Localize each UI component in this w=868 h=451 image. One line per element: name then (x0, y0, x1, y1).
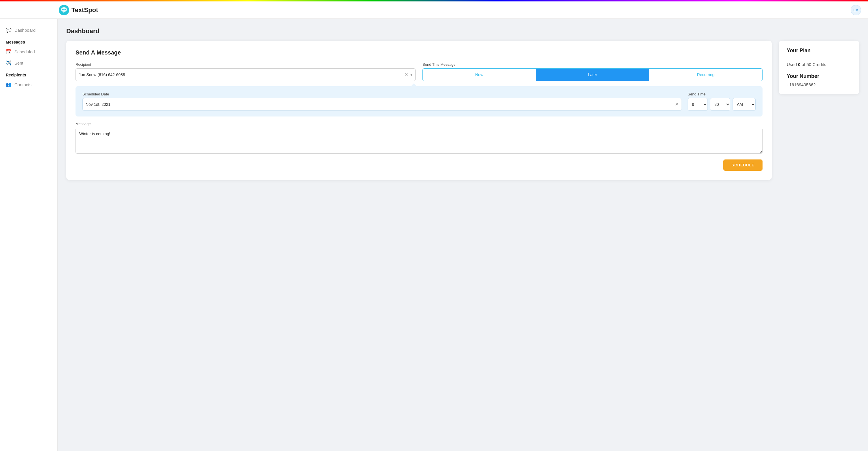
send-message-card: Send A Message Recipient ✕ ▾ Send This M… (66, 41, 772, 180)
date-clear-button[interactable]: ✕ (675, 102, 679, 107)
avatar-button[interactable]: LA (851, 5, 861, 15)
recipient-input[interactable] (79, 72, 402, 77)
sidebar-recipients-section: Recipients (0, 69, 57, 79)
recipient-input-wrap[interactable]: ✕ ▾ (75, 68, 415, 81)
sidebar-item-scheduled[interactable]: 📅 Scheduled (0, 46, 57, 57)
message-textarea[interactable]: Winter is coming! (75, 128, 763, 154)
time-selects: 9 10 11 12 1 2 3 4 5 6 (688, 98, 755, 111)
plan-divider (787, 58, 851, 58)
calendar-icon: 📅 (6, 49, 11, 55)
app-layout: 💬 Dashboard Messages 📅 Scheduled ✈️ Sent… (0, 19, 868, 451)
credits-middle: of (801, 62, 807, 67)
plan-phone-number: +16169405662 (787, 82, 851, 87)
send-type-group: Send This Message Now Later Recurring (423, 62, 763, 81)
recipient-clear-button[interactable]: ✕ (404, 72, 408, 77)
header: TextSpot LA (0, 1, 868, 19)
recipient-dropdown-arrow[interactable]: ▾ (410, 72, 412, 77)
sidebar-item-dashboard[interactable]: 💬 Dashboard (0, 25, 57, 36)
send-icon: ✈️ (6, 60, 11, 66)
chat-icon: 💬 (6, 27, 11, 33)
send-this-message-label: Send This Message (423, 62, 763, 67)
date-input-wrap[interactable]: Nov 1st, 2021 ✕ (83, 98, 682, 111)
recipient-group: Recipient ✕ ▾ (75, 62, 415, 81)
credits-prefix: Used (787, 62, 798, 67)
main-content: Dashboard Send A Message Recipient ✕ ▾ (58, 19, 868, 451)
scheduled-date-label: Scheduled Date (83, 92, 682, 96)
scheduled-date-value: Nov 1st, 2021 (86, 102, 673, 107)
time-minute-select[interactable]: 00 15 30 45 (710, 98, 730, 111)
recipient-label: Recipient (75, 62, 415, 67)
message-label: Message (75, 122, 763, 126)
send-time-label: Send Time (688, 92, 755, 96)
time-hour-select[interactable]: 9 10 11 12 1 2 3 4 5 6 (688, 98, 708, 111)
send-toggle-group: Now Later Recurring (423, 68, 763, 81)
schedule-button[interactable]: SCHEDULE (723, 159, 763, 171)
sidebar-scheduled-label: Scheduled (14, 49, 35, 54)
svg-point-2 (62, 9, 63, 10)
toggle-later-button[interactable]: Later (536, 69, 649, 81)
schedule-btn-wrap: SCHEDULE (75, 159, 763, 171)
contacts-icon: 👥 (6, 82, 11, 87)
logo-text: TextSpot (71, 6, 98, 14)
page-title: Dashboard (66, 27, 859, 35)
sidebar-item-contacts[interactable]: 👥 Contacts (0, 79, 57, 90)
toggle-recurring-button[interactable]: Recurring (649, 69, 762, 81)
sidebar-contacts-label: Contacts (14, 82, 31, 87)
credits-total: 50 (806, 62, 811, 67)
scheduled-inner: Scheduled Date Nov 1st, 2021 ✕ Send Time… (83, 92, 755, 111)
your-number-title: Your Number (787, 73, 851, 79)
content-grid: Send A Message Recipient ✕ ▾ Send This M… (66, 41, 859, 180)
plan-card: Your Plan Used 0 of 50 Credits Your Numb… (779, 41, 859, 94)
form-row-top: Recipient ✕ ▾ Send This Message Now Late… (75, 62, 763, 81)
sidebar-dashboard-label: Dashboard (14, 28, 35, 33)
svg-point-4 (65, 9, 66, 10)
plan-credits: Used 0 of 50 Credits (787, 62, 851, 67)
scheduled-time-group: Send Time 9 10 11 12 1 2 3 (688, 92, 755, 111)
send-message-card-title: Send A Message (75, 49, 763, 56)
sidebar-messages-section: Messages (0, 36, 57, 46)
scheduled-date-group: Scheduled Date Nov 1st, 2021 ✕ (83, 92, 682, 111)
your-plan-title: Your Plan (787, 48, 851, 54)
svg-point-3 (63, 9, 65, 10)
toggle-now-button[interactable]: Now (423, 69, 536, 81)
sidebar: 💬 Dashboard Messages 📅 Scheduled ✈️ Sent… (0, 19, 58, 451)
credits-used: 0 (798, 62, 800, 67)
textspot-logo-icon (59, 5, 69, 15)
scheduled-section: Scheduled Date Nov 1st, 2021 ✕ Send Time… (75, 86, 763, 117)
sidebar-item-sent[interactable]: ✈️ Sent (0, 57, 57, 69)
credits-suffix: Credits (811, 62, 826, 67)
message-group: Message Winter is coming! (75, 122, 763, 154)
time-ampm-select[interactable]: AM PM (733, 98, 755, 111)
logo-area: TextSpot (59, 5, 98, 15)
sidebar-sent-label: Sent (14, 61, 23, 65)
